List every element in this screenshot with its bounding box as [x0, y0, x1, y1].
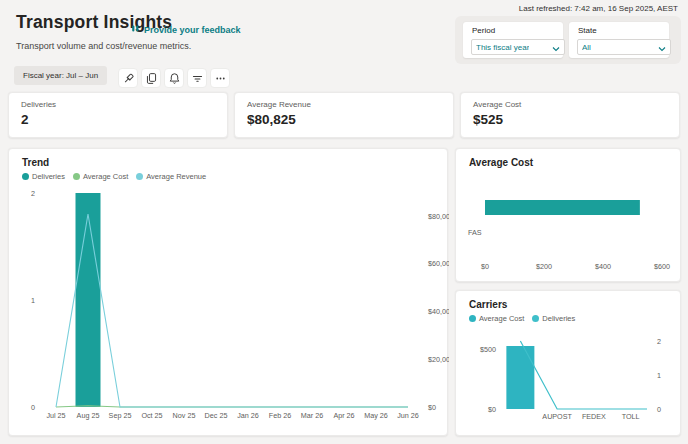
state-label: State: [578, 26, 597, 35]
more-icon: [214, 72, 227, 85]
average-cost-chart[interactable]: FAS$0$200$400$600: [456, 149, 682, 283]
svg-text:$0: $0: [488, 405, 496, 414]
svg-text:Sep 25: Sep 25: [109, 411, 132, 420]
svg-text:Jun 26: Jun 26: [397, 411, 419, 420]
kpi-label: Average Cost: [473, 100, 521, 109]
feedback-link[interactable]: Provide your feedback: [131, 24, 241, 35]
state-filter: State All: [569, 22, 669, 58]
chevron-down-icon: [552, 38, 560, 56]
notifications-button[interactable]: [164, 68, 184, 88]
more-options-button[interactable]: [210, 68, 230, 88]
period-filter: Period This fiscal year: [463, 22, 563, 58]
kpi-label: Average Revenue: [247, 100, 311, 109]
trend-chart-card[interactable]: Trend DeliveriesAverage CostAverage Reve…: [8, 148, 448, 436]
carriers-chart[interactable]: $0$500012AUPOSTFEDEXTOLL: [456, 291, 682, 437]
last-refreshed-text: Last refreshed: 7:42 am, 16 Sep 2025, AE…: [519, 4, 678, 13]
average-cost-chart-card[interactable]: Average Cost FAS$0$200$400$600: [455, 148, 681, 282]
svg-text:$20,000: $20,000: [428, 355, 449, 364]
copy-icon: [145, 72, 158, 85]
feedback-label: Provide your feedback: [144, 25, 241, 35]
svg-text:AUPOST: AUPOST: [542, 412, 572, 421]
period-label: Period: [472, 26, 495, 35]
svg-text:$60,000: $60,000: [428, 259, 449, 268]
svg-text:1: 1: [31, 296, 35, 305]
period-dropdown[interactable]: This fiscal year: [471, 39, 565, 55]
kpi-card-average-cost: Average Cost $525: [460, 92, 680, 138]
copy-button[interactable]: [141, 68, 161, 88]
svg-text:2: 2: [657, 337, 661, 346]
svg-text:FEDEX: FEDEX: [582, 412, 606, 421]
svg-text:0: 0: [31, 403, 35, 412]
chevron-down-icon: [658, 38, 666, 56]
svg-text:$200: $200: [536, 262, 552, 271]
svg-text:2: 2: [31, 189, 35, 198]
filter-icon: [191, 72, 204, 85]
svg-text:TOLL: TOLL: [622, 412, 640, 421]
toolbar: [118, 68, 230, 88]
svg-text:$600: $600: [654, 262, 670, 271]
pin-button[interactable]: [118, 68, 138, 88]
kpi-label: Deliveries: [21, 100, 56, 109]
bell-icon: [168, 72, 181, 85]
state-dropdown[interactable]: All: [577, 39, 671, 55]
svg-text:May 26: May 26: [364, 411, 388, 420]
svg-text:$80,000: $80,000: [428, 212, 449, 221]
svg-text:1: 1: [657, 371, 661, 380]
dashboard-page: Last refreshed: 7:42 am, 16 Sep 2025, AE…: [0, 0, 688, 444]
feedback-icon: [131, 24, 140, 35]
svg-text:$0: $0: [481, 262, 489, 271]
svg-text:Nov 25: Nov 25: [173, 411, 196, 420]
svg-text:$400: $400: [595, 262, 611, 271]
kpi-value: $80,825: [247, 112, 296, 127]
page-subtitle: Transport volume and cost/revenue metric…: [16, 41, 191, 51]
svg-text:Jan 26: Jan 26: [237, 411, 259, 420]
svg-text:Aug 25: Aug 25: [77, 411, 100, 420]
filter-button[interactable]: [187, 68, 207, 88]
state-value: All: [582, 43, 591, 52]
trend-chart[interactable]: 012$0$20,000$40,000$60,000$80,000Jul 25A…: [9, 149, 449, 437]
svg-text:Jul 25: Jul 25: [46, 411, 65, 420]
kpi-value: 2: [21, 112, 29, 127]
kpi-value: $525: [473, 112, 503, 127]
svg-text:FAS: FAS: [468, 228, 482, 237]
svg-text:Feb 26: Feb 26: [269, 411, 291, 420]
period-value: This fiscal year: [476, 43, 529, 52]
fiscal-year-chip[interactable]: Fiscal year: Jul – Jun: [14, 66, 107, 85]
svg-text:$500: $500: [480, 345, 496, 354]
svg-text:Apr 26: Apr 26: [333, 411, 354, 420]
pin-icon: [122, 72, 135, 85]
svg-text:$0: $0: [428, 403, 436, 412]
svg-text:0: 0: [657, 405, 661, 414]
svg-text:Mar 26: Mar 26: [301, 411, 323, 420]
svg-text:Dec 25: Dec 25: [205, 411, 228, 420]
svg-text:$40,000: $40,000: [428, 307, 449, 316]
filter-panel: Period This fiscal year State All: [455, 16, 681, 64]
carriers-chart-card[interactable]: Carriers Average CostDeliveries $0$50001…: [455, 290, 681, 436]
kpi-card-average-revenue: Average Revenue $80,825: [234, 92, 454, 138]
kpi-card-deliveries: Deliveries 2: [8, 92, 228, 138]
svg-text:Oct 25: Oct 25: [141, 411, 162, 420]
